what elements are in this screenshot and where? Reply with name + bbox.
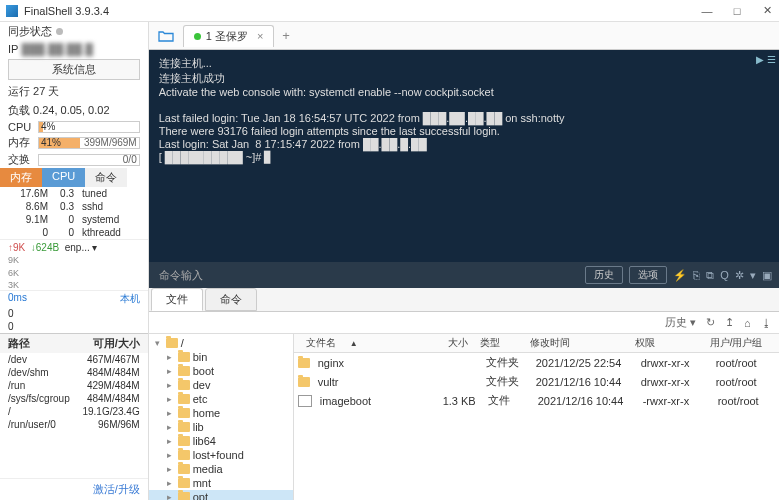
tree-item-boot[interactable]: ▸boot xyxy=(149,364,293,378)
tab-files[interactable]: 文件 xyxy=(151,288,203,311)
dropdown-icon[interactable]: ▾ xyxy=(750,269,756,282)
folder-icon xyxy=(178,478,190,488)
home-icon[interactable]: ⌂ xyxy=(744,317,751,329)
tree-item-media[interactable]: ▸media xyxy=(149,462,293,476)
history-button[interactable]: 历史 xyxy=(585,266,623,284)
net-chart: 9K6K3K xyxy=(0,255,148,291)
folder-icon xyxy=(178,352,190,362)
folder-icon xyxy=(178,492,190,500)
close-button[interactable]: ✕ xyxy=(761,5,773,17)
tree-item-lost+found[interactable]: ▸lost+found xyxy=(149,448,293,462)
tree-item-root[interactable]: ▾/ xyxy=(149,336,293,350)
terminal-controls-icon[interactable]: ▶ ☰ xyxy=(756,54,776,65)
history-dropdown[interactable]: 历史 ▾ xyxy=(665,315,696,330)
tree-item-lib[interactable]: ▸lib xyxy=(149,420,293,434)
folder-icon xyxy=(178,366,190,376)
chevron-down-icon[interactable]: ▾ xyxy=(92,242,97,253)
tree-item-mnt[interactable]: ▸mnt xyxy=(149,476,293,490)
up-icon[interactable]: ↥ xyxy=(725,316,734,329)
ip-value: ███.██.██.█ xyxy=(21,43,93,55)
bolt-icon[interactable]: ⚡ xyxy=(673,269,687,282)
swap-label: 交换 xyxy=(8,152,34,167)
folder-tree: ▾/ ▸bin▸boot▸dev▸etc▸home▸lib▸lib64▸lost… xyxy=(149,334,294,500)
tab-bar: 1 圣保罗 × + xyxy=(149,22,779,50)
sidebar: 同步状态 IP ███.██.██.█ 系统信息 运行 27 天 负载 0.24… xyxy=(0,22,149,500)
cpu-label: CPU xyxy=(8,121,34,133)
load-label: 负载 0.24, 0.05, 0.02 xyxy=(0,101,148,120)
folder-icon xyxy=(298,358,310,368)
tab-close-icon[interactable]: × xyxy=(257,30,263,42)
app-icon xyxy=(6,5,18,17)
process-table: 17.6M0.3tuned 8.6M0.3sshd 9.1M0systemd 0… xyxy=(0,187,148,239)
mem-label: 内存 xyxy=(8,135,34,150)
host-tab[interactable]: 1 圣保罗 × xyxy=(183,25,275,47)
file-toolbar: 历史 ▾ ↻ ↥ ⌂ ⭳ xyxy=(149,312,779,334)
tree-item-opt[interactable]: ▸opt xyxy=(149,490,293,500)
connected-dot-icon xyxy=(194,33,201,40)
minimize-button[interactable]: — xyxy=(701,5,713,17)
download-icon[interactable]: ⭳ xyxy=(761,317,772,329)
folder-icon xyxy=(166,338,178,348)
sync-status-label: 同步状态 xyxy=(8,24,52,39)
file-list: 文件名▲ 大小 类型 修改时间 权限 用户/用户组 nginx文件夹2021/1… xyxy=(294,334,779,500)
status-dot-icon xyxy=(56,28,63,35)
folder-icon xyxy=(178,408,190,418)
iface-select[interactable]: enp... xyxy=(65,242,90,253)
tree-item-home[interactable]: ▸home xyxy=(149,406,293,420)
folder-icon xyxy=(178,450,190,460)
clipboard-icon[interactable]: ⎘ xyxy=(693,269,700,281)
uptime-label: 运行 27 天 xyxy=(0,82,148,101)
tree-item-etc[interactable]: ▸etc xyxy=(149,392,293,406)
tab-commands[interactable]: 命令 xyxy=(205,288,257,311)
terminal-output: 连接主机... 连接主机成功 Activate the web console … xyxy=(159,57,565,163)
command-input[interactable]: 命令输入 xyxy=(159,268,203,283)
file-list-header[interactable]: 文件名▲ 大小 类型 修改时间 权限 用户/用户组 xyxy=(294,334,779,353)
fullscreen-icon[interactable]: ▣ xyxy=(762,269,772,282)
copy-icon[interactable]: ⧉ xyxy=(706,269,714,282)
tab-add-button[interactable]: + xyxy=(282,28,290,43)
path-header: 路径 xyxy=(8,336,93,351)
window-title: FinalShell 3.9.3.4 xyxy=(24,5,701,17)
folder-icon xyxy=(178,422,190,432)
folder-icon xyxy=(178,380,190,390)
file-icon xyxy=(298,395,312,407)
terminal[interactable]: ▶ ☰连接主机... 连接主机成功 Activate the web conso… xyxy=(149,50,779,262)
search-icon[interactable]: Q xyxy=(720,269,729,281)
latency-value: 0ms xyxy=(8,292,27,306)
tab-label: 1 圣保罗 xyxy=(206,29,248,44)
gear-icon[interactable]: ✲ xyxy=(735,269,744,282)
mem-bar: 41%399M/969M xyxy=(38,137,140,149)
maximize-button[interactable]: □ xyxy=(731,5,743,17)
tree-item-bin[interactable]: ▸bin xyxy=(149,350,293,364)
size-header: 可用/大小 xyxy=(93,336,140,351)
latency-host[interactable]: 本机 xyxy=(120,292,140,306)
folder-icon[interactable] xyxy=(155,27,177,45)
folder-icon xyxy=(178,436,190,446)
system-info-button[interactable]: 系统信息 xyxy=(8,59,140,80)
swap-bar: 0/0 xyxy=(38,154,140,166)
ip-label: IP xyxy=(8,43,18,55)
network-row: ↑9K ↓624B enp...▾ xyxy=(0,239,148,255)
file-row[interactable]: imageboot1.3 KB文件2021/12/16 10:44-rwxr-x… xyxy=(294,391,779,410)
refresh-icon[interactable]: ↻ xyxy=(706,316,715,329)
command-input-bar: 命令输入 历史 选项 ⚡ ⎘ ⧉ Q ✲ ▾ ▣ xyxy=(149,262,779,288)
activate-link[interactable]: 激活/升级 xyxy=(0,478,148,500)
folder-icon xyxy=(298,377,310,387)
folder-icon xyxy=(178,464,190,474)
disk-table: /dev467M/467M /dev/shm484M/484M /run429M… xyxy=(0,353,148,431)
cpu-bar: 4% xyxy=(38,121,140,133)
tab-cpu[interactable]: CPU xyxy=(42,168,85,187)
options-button[interactable]: 选项 xyxy=(629,266,667,284)
tree-item-lib64[interactable]: ▸lib64 xyxy=(149,434,293,448)
folder-icon xyxy=(178,394,190,404)
file-row[interactable]: nginx文件夹2021/12/25 22:54drwxr-xr-xroot/r… xyxy=(294,353,779,372)
tree-item-dev[interactable]: ▸dev xyxy=(149,378,293,392)
tab-cmd[interactable]: 命令 xyxy=(85,168,127,187)
file-row[interactable]: vultr文件夹2021/12/16 10:44drwxr-xr-xroot/r… xyxy=(294,372,779,391)
tab-memory[interactable]: 内存 xyxy=(0,168,42,187)
